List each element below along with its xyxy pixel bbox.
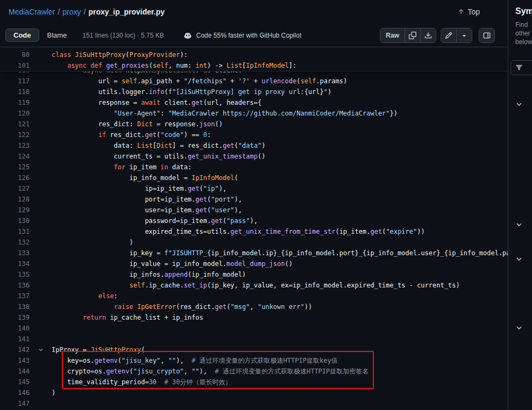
file-main-column: MediaCrawler / proxy / proxy_ip_provider… xyxy=(0,0,508,410)
line-number[interactable]: 132 xyxy=(0,237,30,248)
gutter-gap xyxy=(30,97,52,108)
copy-icon xyxy=(409,32,416,39)
line-number[interactable]: 147 xyxy=(0,398,30,409)
code-text: async def get_proxies(self, num: int) ->… xyxy=(52,60,296,71)
line-number[interactable]: 136 xyxy=(0,280,30,291)
gutter-gap xyxy=(30,237,52,248)
line-number[interactable]: 131 xyxy=(0,226,30,237)
code-line: 122 if res_dict.get("code") == 0: xyxy=(0,130,508,140)
chevron-down-icon[interactable] xyxy=(515,255,523,263)
line-number[interactable]: 121 xyxy=(0,119,30,130)
raw-button[interactable]: Raw xyxy=(380,28,405,42)
line-number[interactable]: 118 xyxy=(0,87,30,97)
tab-blame[interactable]: Blame xyxy=(39,28,75,42)
symbols-filter-input[interactable] xyxy=(510,60,532,75)
code-text: crypto=os.getenv("jisu_crypto", ""), # 通… xyxy=(52,366,368,377)
code-text: ip_infos.append(ip_info_model) xyxy=(52,269,246,280)
line-number[interactable]: 129 xyxy=(0,205,30,215)
chevron-down-icon[interactable] xyxy=(515,323,523,332)
line-number[interactable]: 139 xyxy=(0,312,30,323)
chevron-down-icon[interactable] xyxy=(515,220,523,229)
tab-code[interactable]: Code xyxy=(5,28,39,42)
breadcrumb-folder-link[interactable]: proxy xyxy=(62,8,81,16)
line-number[interactable]: 138 xyxy=(0,301,30,312)
code-line: 126 ip_info_model = IpInfoModel( xyxy=(0,172,508,183)
back-to-top-button[interactable]: Top xyxy=(457,8,480,16)
gutter-gap xyxy=(30,387,52,398)
edit-file-button[interactable] xyxy=(441,28,456,42)
line-number[interactable]: 80 xyxy=(0,49,30,60)
code-line: 146) xyxy=(0,387,508,398)
gutter-gap xyxy=(30,312,52,323)
gutter-gap xyxy=(30,301,52,312)
symbols-desc-line: below xyxy=(515,38,532,46)
download-raw-button[interactable] xyxy=(420,28,436,42)
code-line: 123 data: List[Dict] = res_dict.get("dat… xyxy=(0,140,508,151)
code-text: key=os.getenv("jisu_key", ""), # 通过环境变量的… xyxy=(52,355,338,366)
line-number[interactable]: 133 xyxy=(0,248,30,258)
gutter-gap xyxy=(30,60,52,71)
line-number[interactable]: 135 xyxy=(0,269,30,280)
symbols-panel-toggle-button[interactable] xyxy=(479,28,494,42)
code-lines: 116 async with httpx.AsyncClient() as cl… xyxy=(0,47,508,409)
symbols-panel-toggle-group xyxy=(479,28,495,43)
copilot-promo-badge[interactable]: Code 55% faster with GitHub Copilot xyxy=(183,31,301,40)
line-number[interactable]: 143 xyxy=(0,355,30,366)
line-number[interactable]: 128 xyxy=(0,194,30,205)
gutter-gap xyxy=(30,87,52,97)
gutter-gap xyxy=(30,248,52,258)
line-number[interactable]: 134 xyxy=(0,258,30,269)
line-number[interactable]: 126 xyxy=(0,172,30,183)
code-editor: 80class JiSuHttpProxy(ProxyProvider):101… xyxy=(0,47,508,410)
code-line: 144 crypto=os.getenv("jisu_crypto", ""),… xyxy=(0,366,508,377)
pencil-icon xyxy=(445,32,452,39)
breadcrumb-repo-link[interactable]: MediaCrawler xyxy=(9,8,55,16)
code-line: 80class JiSuHttpProxy(ProxyProvider): xyxy=(0,49,508,60)
line-number[interactable]: 119 xyxy=(0,97,30,108)
symbols-desc-line: Find xyxy=(515,20,532,29)
code-line: 137 else: xyxy=(0,291,508,301)
line-number[interactable]: 117 xyxy=(0,76,30,87)
code-line: 118 utils.logger.info(f"[JiSuHttpProxy] … xyxy=(0,87,508,97)
gutter-gap xyxy=(30,226,52,237)
symbols-panel-title: Sym xyxy=(515,6,532,16)
back-to-top-label: Top xyxy=(467,8,480,16)
symbols-panel: Sym Find other below xyxy=(508,0,532,410)
code-text: return ip_cache_list + ip_infos xyxy=(52,312,203,323)
line-number[interactable]: 124 xyxy=(0,151,30,162)
code-text: for ip_item in data: xyxy=(52,162,191,172)
gutter-gap xyxy=(30,323,52,334)
symbols-panel-description: Find other below xyxy=(515,20,532,46)
line-number[interactable]: 120 xyxy=(0,108,30,119)
copy-raw-button[interactable] xyxy=(405,28,420,42)
chevron-down-icon[interactable] xyxy=(515,100,523,109)
code-text: response = await client.get(url, headers… xyxy=(52,97,261,108)
raw-copy-download-group: Raw xyxy=(380,28,436,43)
code-text: ip_info_model = IpInfoModel( xyxy=(52,172,238,183)
line-number[interactable]: 140 xyxy=(0,323,30,334)
code-text: port=ip_item.get("port"), xyxy=(52,194,242,205)
line-number[interactable]: 142 xyxy=(0,344,30,355)
code-blame-switcher: Code Blame xyxy=(5,28,75,42)
line-number[interactable]: 146 xyxy=(0,387,30,398)
line-number[interactable]: 130 xyxy=(0,215,30,226)
line-number[interactable]: 123 xyxy=(0,140,30,151)
line-number[interactable]: 137 xyxy=(0,291,30,301)
edit-dropdown-button[interactable] xyxy=(456,28,472,42)
code-text: ip=ip_item.get("ip"), xyxy=(52,183,226,194)
gutter-gap xyxy=(30,140,52,151)
fold-chevron-icon[interactable] xyxy=(30,344,52,355)
file-toolbar: Code Blame 151 lines (130 loc) · 5.75 KB… xyxy=(0,24,508,47)
line-number[interactable]: 101 xyxy=(0,60,30,71)
line-number[interactable]: 127 xyxy=(0,183,30,194)
line-number[interactable]: 144 xyxy=(0,366,30,377)
line-number[interactable]: 122 xyxy=(0,130,30,140)
line-number[interactable]: 125 xyxy=(0,162,30,172)
code-line: 143 key=os.getenv("jisu_key", ""), # 通过环… xyxy=(0,355,508,366)
line-number[interactable]: 141 xyxy=(0,334,30,344)
gutter-gap xyxy=(30,334,52,344)
gutter-gap xyxy=(30,76,52,87)
copilot-icon xyxy=(183,31,192,40)
line-number[interactable]: 145 xyxy=(0,377,30,387)
breadcrumb-separator: / xyxy=(81,8,88,16)
